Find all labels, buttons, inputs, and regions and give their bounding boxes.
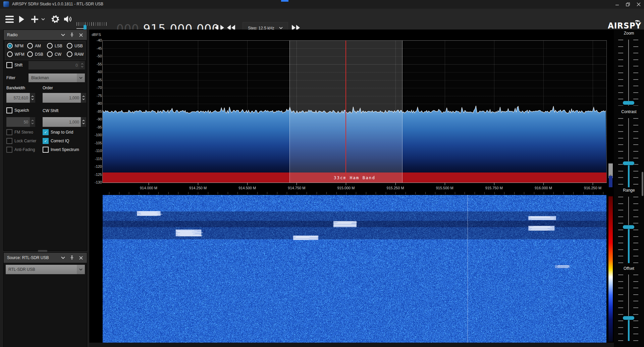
minimize-button[interactable] [612,0,623,9]
mode-label: USB [74,44,83,48]
y-axis-label: -40 [97,38,102,42]
mode-radio-lsb[interactable]: LSB [47,43,62,49]
cw-shift-field[interactable]: 1,000 [43,117,81,127]
bandwidth-field[interactable]: 572,610 [6,93,30,103]
source-panel-header: Source: RTL-SDR USB [4,253,87,263]
window-scrollbar[interactable] [642,172,643,196]
mode-radio-cw[interactable]: CW [47,51,61,57]
y-axis-label: -110 [95,149,102,153]
frequency-axis: 914.000 M914.250 M914.500 M914.750 M915.… [103,183,606,195]
contrast-label: Contrast [614,109,644,114]
zoom-slider-thumb[interactable] [623,101,634,105]
y-axis-label: -100 [95,133,102,137]
offset-slider-thumb[interactable] [623,316,634,320]
contrast-ticks [633,118,638,187]
audio-button[interactable] [63,14,72,24]
meter-bar [609,176,612,187]
shift-field[interactable]: 0 [29,61,79,69]
waterfall[interactable] [103,195,606,343]
shift-checkbox[interactable] [6,62,12,68]
shift-spinner[interactable] [79,61,85,69]
squelch-option[interactable]: Squelch [6,107,29,113]
bandwidth-spinner[interactable] [30,93,35,103]
filter-select[interactable]: Blackman [29,73,85,82]
contrast-slider-thumb[interactable] [623,161,634,165]
bottom-strip [89,343,614,347]
mode-radio-dsb[interactable]: DSB [27,51,43,57]
spectrum-plot[interactable]: 33cm Ham Band [102,40,607,183]
collapse-chevron-icon[interactable] [60,255,65,260]
x-tick-label: 916.000 M [535,186,552,190]
zoom-ticks [618,40,623,106]
range-slider-thumb[interactable] [623,225,634,229]
gear-icon [51,14,60,24]
x-tick-label: 915.750 M [485,186,503,190]
option-label: Correct IQ [51,139,69,143]
chevron-down-icon [41,18,45,20]
spinner-down-icon [82,98,85,100]
cw-shift-spinner[interactable] [81,117,86,127]
x-tick-label: 915.000 M [337,186,355,190]
zoom-slider[interactable] [628,40,629,106]
close-icon [637,2,641,6]
squelch-spinner[interactable] [30,117,35,127]
checkbox-icon[interactable]: ✓ [43,138,49,144]
order-field[interactable]: 1,000 [43,93,81,103]
add-panel-dropdown[interactable] [40,17,46,21]
source-select[interactable]: RTL-SDR USB [6,265,85,274]
option-correct-iq[interactable]: ✓Correct IQ [43,138,69,144]
pin-icon[interactable] [69,255,74,260]
contrast-ticks [618,118,623,187]
close-icon[interactable] [78,255,84,260]
settings-button[interactable] [50,14,60,24]
maximize-button[interactable] [623,0,633,9]
waterfall-color-legend [608,196,613,342]
mode-radio-usb[interactable]: USB [67,43,83,49]
y-axis-label: -85 [97,109,102,113]
x-tick [149,183,149,185]
zoom-ticks [633,40,638,106]
option-label: Invert Spectrum [51,147,79,152]
toolbar: 000.915.000.000 Step: 12.5 kHz AIRSPY [0,9,644,30]
zoom-label: Zoom [614,31,644,36]
x-tick-label: 914.250 M [189,186,207,190]
mode-radio-nfm[interactable]: NFM [7,43,23,49]
option-snap-to-grid[interactable]: ✓Snap to Grid [43,129,73,135]
option-label: FM Stereo [14,130,33,135]
add-panel-button[interactable] [30,14,39,24]
radio-icon [47,51,53,57]
y-axis-label: -130 [95,180,102,184]
shift-option[interactable]: Shift [6,62,22,68]
y-axis-label: -75 [97,94,102,98]
minor-ticks [103,192,606,194]
radio-icon [27,51,33,57]
mode-label: DSB [35,52,43,57]
order-spinner[interactable] [81,93,86,103]
menu-button[interactable] [5,13,14,25]
y-axis-labels: -40-45-50-55-60-65-70-75-80-85-90-95-100… [87,40,102,183]
mode-label: LSB [55,44,62,48]
range-slider-fill [628,227,630,263]
radio-icon [7,51,13,57]
titlebar: AIRSPY SDR# Studio v1.0.0.1811 - RTL-SDR… [0,0,644,9]
mode-radio-am[interactable]: AM [27,43,41,49]
option-label: Anti-Fading [14,147,35,152]
start-button[interactable] [18,14,25,24]
panel-splitter-grip[interactable] [38,250,47,252]
squelch-checkbox[interactable] [6,107,12,113]
source-panel-title: Source: RTL-SDR USB [7,255,49,260]
y-axis-label: -90 [97,117,102,121]
squelch-field[interactable]: 50 [6,117,30,127]
option-lock-carrier: Lock Carrier [6,138,36,144]
close-button[interactable] [633,0,644,9]
x-tick [198,183,198,185]
tuning-line[interactable] [345,41,346,183]
checkbox-icon[interactable] [43,147,49,153]
spinner-up-icon [81,63,84,65]
mode-radio-wfm[interactable]: WFM [7,51,24,57]
y-axis-label: -65 [97,78,102,82]
mode-radio-raw[interactable]: RAW [67,51,84,57]
checkbox-icon[interactable]: ✓ [43,129,49,135]
hamburger-icon [5,16,14,23]
option-invert-spectrum[interactable]: Invert Spectrum [43,147,79,153]
